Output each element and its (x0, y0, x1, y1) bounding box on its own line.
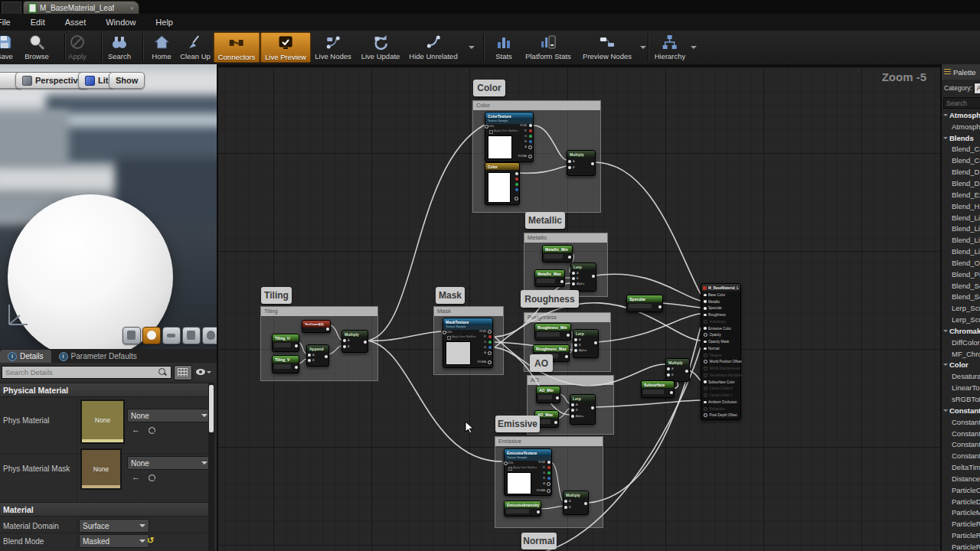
input-pin-b[interactable] (572, 277, 575, 280)
palette-item[interactable]: Constant3 (942, 439, 980, 450)
checkbox[interactable] (508, 467, 512, 471)
palette-item[interactable]: Blend_Excl (942, 189, 980, 201)
phys-material-mask-thumbnail[interactable]: None (80, 448, 122, 490)
input-pin[interactable] (704, 307, 707, 310)
node-specular[interactable]: Specular (626, 295, 663, 312)
input-pin-alpha[interactable] (574, 349, 577, 352)
input-pin-b[interactable] (343, 345, 346, 348)
input-pin-b[interactable] (308, 359, 311, 362)
palette-item[interactable]: Blend_Light (942, 212, 980, 223)
node-lerp-roughness[interactable]: Lerp A B Alpha (573, 329, 599, 358)
phys-material-dropdown[interactable]: None (127, 409, 211, 422)
details-scrollbar-thumb[interactable] (209, 385, 214, 432)
output-pin[interactable] (567, 334, 570, 337)
output-pin[interactable] (568, 256, 571, 259)
node-main-material-output[interactable]: M_BaseMaterial_Leaf Base Color Metallic (701, 283, 741, 420)
input-pin[interactable] (704, 327, 707, 330)
output-pin[interactable] (554, 421, 557, 424)
material-input-pin-row[interactable]: Anisotropy (701, 318, 740, 325)
input-pin[interactable] (704, 386, 707, 390)
material-input-pin-row[interactable]: Normal (701, 345, 740, 352)
tab-parameter-defaults[interactable]: i Parameter Defaults (51, 350, 145, 363)
output-pin[interactable] (591, 406, 594, 409)
asset-tab[interactable]: M_BaseMaterial_Leaf × (23, 1, 139, 15)
section-header-material[interactable]: Material (0, 502, 210, 517)
preview-shape-plane-button[interactable] (162, 327, 181, 344)
input-pin-a[interactable] (564, 500, 567, 503)
section-header-physical-material[interactable]: Physical Material (0, 383, 210, 397)
material-input-pin-row[interactable]: Custom Data 1 (701, 392, 740, 399)
show-button[interactable]: Show (109, 72, 145, 89)
output-pin-rgb[interactable] (547, 461, 550, 464)
node-tiling-v[interactable]: Tiling_V (272, 355, 299, 373)
node-metallic-min[interactable]: Metallic_Min (542, 245, 573, 262)
output-pin-r[interactable] (515, 178, 518, 181)
input-pin[interactable] (704, 347, 707, 350)
output-pin[interactable] (364, 341, 367, 344)
palette-item[interactable]: DeltaTime (942, 461, 980, 473)
output-pin[interactable] (670, 391, 673, 394)
visibility-filter-button[interactable] (194, 365, 216, 379)
palette-item[interactable]: ParticleRe (942, 541, 980, 551)
input-pin-alpha[interactable] (571, 415, 574, 418)
hierarchy-button[interactable]: Hierarchy (651, 32, 690, 61)
output-pin[interactable] (295, 366, 298, 369)
node-color-parameter[interactable]: Color (485, 162, 520, 205)
live-nodes-button[interactable]: Live Nodes (311, 32, 355, 61)
output-pin[interactable] (295, 344, 298, 347)
output-pin[interactable] (591, 162, 594, 165)
palette-item[interactable]: ParticleDi (942, 496, 980, 507)
palette-item[interactable]: Atmosphere (942, 121, 980, 132)
output-pin-r[interactable] (547, 466, 550, 469)
preview-shape-sphere-button[interactable] (142, 327, 161, 344)
hide-unrelated-button[interactable]: Hide Unrelated (405, 32, 461, 61)
output-pin-a[interactable] (488, 351, 492, 355)
palette-item[interactable]: Color (942, 360, 980, 371)
palette-item[interactable]: Blend_Color (942, 144, 980, 155)
material-input-pin-row[interactable]: Emissive Color (701, 325, 740, 332)
palette-item[interactable]: Lerp_Scra (942, 302, 980, 314)
material-input-pin-row[interactable]: Opacity Mask (701, 338, 740, 345)
node-ao-min[interactable]: AO_Min (536, 386, 560, 403)
output-pin[interactable] (584, 502, 587, 505)
output-pin[interactable] (325, 355, 328, 358)
palette-item[interactable]: Blend_Line (942, 246, 980, 257)
node-subsurface-parameter[interactable]: Subsurface (641, 380, 675, 398)
palette-item[interactable]: sRGBToLin (942, 393, 980, 405)
chevron-down-icon[interactable] (691, 46, 697, 52)
display-filter-button[interactable] (174, 365, 192, 380)
output-pin-g[interactable] (515, 183, 518, 186)
palette-item[interactable]: Constant2 (942, 428, 980, 439)
palette-item[interactable]: Lerp_Scra (942, 314, 980, 325)
node-multiply[interactable]: Multiply A B (567, 150, 596, 176)
output-pin-rgba[interactable] (488, 360, 492, 364)
input-pin[interactable] (704, 373, 707, 377)
node-metallic-max[interactable]: Metallic_Max (534, 269, 565, 287)
live-update-button[interactable]: Live Update (358, 32, 404, 61)
input-pin[interactable] (704, 333, 707, 337)
node-lerp-metallic[interactable]: Lerp A B Alpha (570, 262, 596, 292)
reset-to-default-icon[interactable]: ↺ (147, 536, 154, 546)
input-pin[interactable] (704, 320, 707, 324)
material-input-pin-row[interactable]: Pixel Depth Offset (701, 412, 740, 419)
platform-stats-button[interactable]: Platform Stats (521, 32, 575, 61)
input-pin[interactable] (704, 341, 707, 344)
preview-shape-teapot-button[interactable] (202, 327, 218, 344)
output-pin-g[interactable] (488, 341, 492, 344)
input-pin-b[interactable] (574, 344, 577, 347)
node-lerp-ao[interactable]: Lerp A B Alpha (570, 394, 596, 425)
live-preview-button[interactable]: Live Preview (260, 32, 311, 63)
chevron-down-icon[interactable] (640, 46, 646, 52)
input-pin-b[interactable] (571, 409, 574, 412)
output-pin-rgb[interactable] (488, 330, 492, 334)
node-color-texture[interactable]: ColorTexture Texture Sample UVs Apply Vi… (485, 112, 534, 162)
input-pin-a[interactable] (572, 272, 575, 275)
palette-item[interactable]: Blends (942, 132, 980, 144)
menu-item[interactable]: File (0, 14, 21, 31)
tab-details[interactable]: i Details (0, 350, 51, 363)
browse-to-asset-icon[interactable] (149, 474, 155, 481)
material-domain-dropdown[interactable]: Surface (79, 519, 149, 533)
output-pin[interactable] (537, 510, 540, 514)
palette-item[interactable]: Blend_Line (942, 234, 980, 246)
material-input-pin-row[interactable]: Ambient Occlusion (701, 399, 740, 406)
